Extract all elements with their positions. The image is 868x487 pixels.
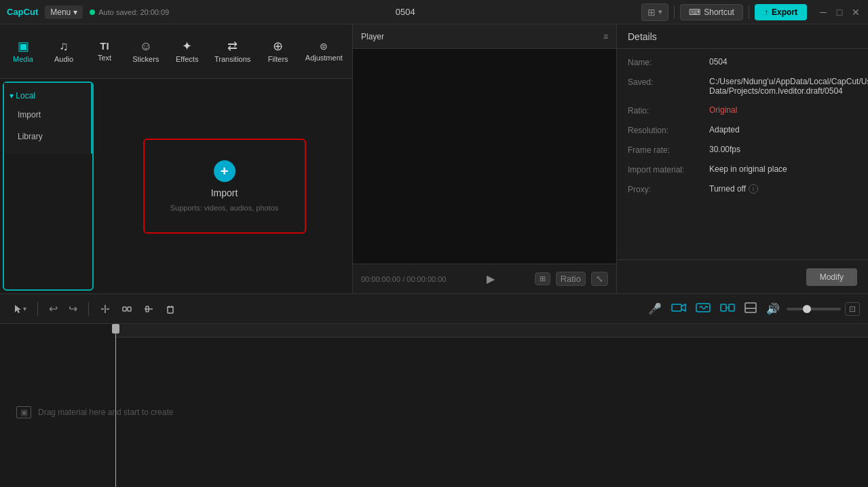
zoom-fit-button[interactable]: ⊡	[845, 302, 860, 316]
split-button[interactable]	[96, 301, 115, 317]
main-content: ▣ Media ♫ Audio TI Text ☺ Stickers ✦ Eff…	[0, 24, 868, 293]
layout-button[interactable]: ⊞ ▾	[641, 3, 668, 21]
import-area: + Import Supports: videos, audios, photo…	[96, 79, 352, 293]
fit-screen-button[interactable]: ⊞	[535, 272, 550, 285]
detail-import-material: Import material: Keep in original place	[628, 164, 857, 175]
top-bar-right: ⊞ ▾ ⌨ Shortcut ↑ Export ─ □ ✕	[641, 3, 861, 21]
timeline-tools-right: 🎤	[645, 301, 860, 317]
timeline-tracks: ▣ Drag material here and start to create	[0, 324, 868, 487]
window-controls: ─ □ ✕	[818, 7, 861, 18]
tab-media[interactable]: ▣ Media	[3, 35, 43, 69]
video-track-button[interactable]	[668, 301, 689, 317]
timeline-toolbar: ▾ ↩ ↪	[0, 294, 868, 324]
effects-icon: ✦	[182, 40, 192, 52]
player-menu-icon[interactable]: ≡	[603, 32, 608, 41]
left-panel: ▣ Media ♫ Audio TI Text ☺ Stickers ✦ Eff…	[0, 24, 353, 293]
drag-hint-icon: ▣	[16, 406, 31, 418]
sidebar-item-import[interactable]: Import	[7, 105, 88, 125]
svg-rect-13	[721, 304, 726, 311]
player-title: Player	[361, 32, 384, 41]
redo-button[interactable]: ↪	[64, 300, 81, 318]
delete-button[interactable]	[161, 301, 180, 317]
media-icon: ▣	[18, 40, 29, 52]
close-button[interactable]: ✕	[850, 7, 861, 18]
layout-icon: ⊞	[647, 7, 656, 18]
import-sublabel: Supports: videos, audios, photos	[170, 204, 279, 212]
play-button[interactable]: ▶	[487, 272, 495, 285]
player-panel: Player ≡ 00:00:00:00 / 00:00:00:00 ▶ ⊞ R…	[353, 24, 617, 293]
separate-button[interactable]	[117, 301, 136, 317]
timeline-playhead-head	[112, 324, 119, 333]
tab-effects[interactable]: ✦ Effects	[167, 35, 208, 69]
player-header: Player ≡	[353, 24, 616, 49]
audio-track-button[interactable]	[693, 301, 713, 317]
auto-saved-dot	[90, 10, 95, 15]
top-bar: CapCut Menu ▾ Auto saved: 20:00:09 0504 …	[0, 0, 868, 24]
detail-name-label: Name:	[628, 57, 709, 67]
svg-rect-14	[729, 304, 734, 311]
divider	[674, 5, 675, 19]
toolbar-separator	[37, 302, 38, 316]
project-title: 0504	[396, 7, 415, 17]
timeline-section: ▾ ↩ ↪	[0, 293, 868, 487]
tab-filters[interactable]: ⊕ Filters	[258, 35, 299, 69]
svg-rect-11	[672, 304, 681, 311]
detail-proxy-value: Turned off	[709, 184, 746, 194]
sidebar-item-library[interactable]: Library	[7, 126, 88, 147]
maximize-button[interactable]: □	[834, 7, 845, 18]
transition-track-button[interactable]	[717, 301, 738, 317]
player-viewport	[353, 49, 616, 264]
zoom-slider-thumb	[803, 305, 811, 313]
audio-icon: ♫	[59, 40, 69, 52]
tab-adjustment[interactable]: ⊜ Adjustment	[299, 36, 350, 67]
menu-button[interactable]: Menu ▾	[45, 5, 83, 19]
mic-button[interactable]: 🎤	[645, 301, 664, 317]
detail-name-value: 0504	[709, 57, 857, 67]
detail-import-material-label: Import material:	[628, 164, 709, 175]
minimize-button[interactable]: ─	[818, 7, 829, 18]
ratio-button[interactable]: Ratio	[556, 272, 586, 286]
details-panel: Details Name: 0504 Saved: C:/Users/Ndung…	[617, 24, 868, 293]
fullscreen-button[interactable]: ⤡	[591, 272, 608, 286]
detail-proxy: Proxy: Turned off i	[628, 184, 857, 194]
detail-resolution-value: Adapted	[709, 125, 857, 134]
detail-proxy-row: Turned off i	[709, 184, 758, 194]
detail-import-material-value: Keep in original place	[709, 164, 857, 174]
detail-resolution-label: Resolution:	[628, 125, 709, 135]
stickers-icon: ☺	[140, 40, 152, 52]
tab-audio[interactable]: ♫ Audio	[43, 35, 84, 69]
sidebar-local-header[interactable]: ▾ Local	[4, 88, 91, 103]
details-footer: Modify	[617, 259, 868, 293]
timeline-content: ▣ Drag material here and start to create	[0, 324, 868, 487]
info-icon[interactable]: i	[749, 184, 758, 194]
zoom-slider[interactable]	[787, 308, 841, 310]
sidebar: ▾ Local Import Library	[4, 83, 92, 154]
tab-stickers[interactable]: ☺ Stickers	[125, 35, 167, 69]
top-bar-left: CapCut Menu ▾ Auto saved: 20:00:09	[7, 5, 169, 19]
import-box[interactable]: + Import Supports: videos, audios, photo…	[143, 139, 306, 234]
shortcut-button[interactable]: ⌨ Shortcut	[680, 4, 743, 20]
toolbar-separator2	[88, 302, 89, 316]
panel-toggle-button[interactable]	[742, 301, 759, 317]
auto-saved-status: Auto saved: 20:00:09	[90, 8, 169, 16]
export-icon: ↑	[764, 7, 768, 17]
tab-transitions[interactable]: ⇄ Transitions	[208, 35, 258, 69]
detail-name: Name: 0504	[628, 57, 857, 67]
cursor-tool[interactable]: ▾	[8, 301, 31, 317]
export-button[interactable]: ↑ Export	[755, 4, 807, 20]
player-right-buttons: ⊞ Ratio ⤡	[535, 272, 608, 286]
align-button[interactable]	[139, 301, 158, 317]
detail-framerate-value: 30.00fps	[709, 145, 857, 154]
detail-framerate: Frame rate: 30.00fps	[628, 145, 857, 155]
media-area: ▾ Local Import Library + Import Supports…	[0, 79, 352, 293]
zoom-slider-container	[787, 308, 841, 310]
sidebar-border: ▾ Local Import Library	[3, 82, 94, 291]
detail-ratio: Ratio: Original	[628, 105, 857, 115]
tab-text[interactable]: TI Text	[84, 35, 125, 67]
detail-framerate-label: Frame rate:	[628, 145, 709, 155]
timeline-tools-left: ▾ ↩ ↪	[8, 300, 180, 318]
undo-button[interactable]: ↩	[45, 300, 62, 318]
text-icon: TI	[100, 41, 109, 51]
modify-button[interactable]: Modify	[806, 268, 857, 286]
svg-rect-4	[128, 307, 131, 311]
